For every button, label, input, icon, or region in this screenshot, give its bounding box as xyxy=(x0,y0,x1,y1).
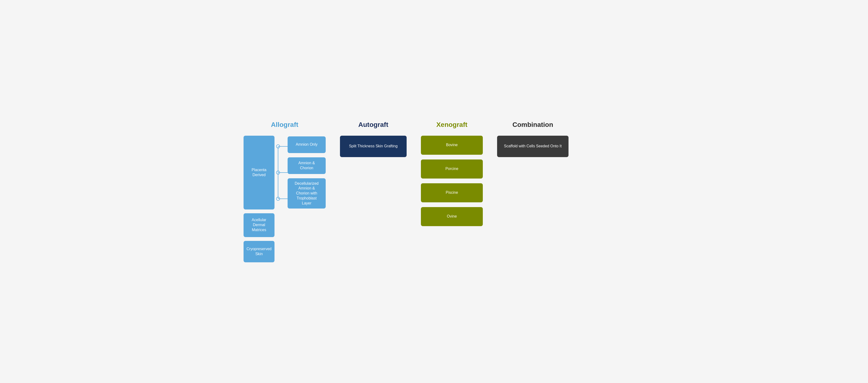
amnion-only-box: Amnion Only xyxy=(287,136,326,153)
amnion-chorion-box: Amnion &Chorion xyxy=(287,157,326,174)
xenograft-column: Xenograft Bovine Porcine Piscine Ovine xyxy=(421,121,483,226)
bovine-box: Bovine xyxy=(421,136,483,155)
autograft-box: Split Thickness Skin Grafting xyxy=(340,136,407,157)
placenta-box: PlacentaDerived xyxy=(244,136,275,210)
combination-column: Combination Scaffold with Cells Seeded O… xyxy=(497,121,568,157)
autograft-column: Autograft Split Thickness Skin Grafting xyxy=(340,121,407,157)
decellularized-box: DecellularizedAmnion &Chorion withTropho… xyxy=(287,178,326,209)
allograft-group: PlacentaDerived xyxy=(244,136,326,262)
autograft-header: Autograft xyxy=(358,121,388,129)
cryo-box: CryopreservedSkin xyxy=(244,241,275,262)
acellular-box: AcellularDermalMatrices xyxy=(244,213,275,237)
connector-svg xyxy=(275,136,287,210)
combination-box: Scaffold with Cells Seeded Onto It xyxy=(497,136,568,157)
allograft-header: Allograft xyxy=(271,121,298,129)
allograft-sub-items: Amnion Only Amnion &Chorion Decellulariz… xyxy=(287,136,326,209)
piscine-box: Piscine xyxy=(421,183,483,202)
diagram: Allograft PlacentaDerived xyxy=(244,121,624,262)
porcine-box: Porcine xyxy=(421,159,483,179)
combination-header: Combination xyxy=(512,121,553,129)
xenograft-header: Xenograft xyxy=(436,121,468,129)
placenta-row: PlacentaDerived xyxy=(244,136,326,210)
allograft-column: Allograft PlacentaDerived xyxy=(244,121,326,262)
ovine-box: Ovine xyxy=(421,207,483,226)
